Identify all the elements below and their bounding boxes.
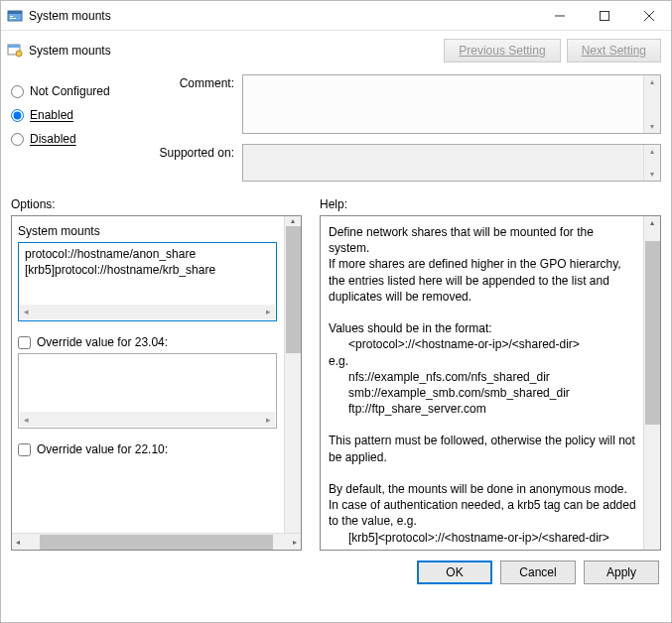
radio-disabled[interactable]	[11, 133, 24, 146]
svg-rect-3	[10, 18, 16, 19]
svg-rect-5	[600, 11, 608, 20]
comment-field[interactable]: ▴▾	[242, 74, 661, 134]
app-icon	[7, 8, 23, 24]
override-2304-checkbox[interactable]	[18, 336, 31, 349]
radio-disabled-label[interactable]: Disabled	[30, 132, 76, 146]
help-text: Define network shares that will be mount…	[321, 216, 660, 551]
list-item[interactable]: [krb5]protocol://hostname/krb_share	[25, 263, 270, 279]
radio-not-configured-label[interactable]: Not Configured	[30, 84, 110, 98]
policy-icon	[7, 43, 23, 59]
cancel-button[interactable]: Cancel	[500, 561, 576, 584]
minimize-button[interactable]	[537, 1, 582, 30]
listbox-h-scrollbar[interactable]: ◂▸	[20, 305, 275, 319]
options-v-scrollbar[interactable]: ▴	[284, 216, 301, 533]
state-radio-group: Not Configured Enabled Disabled	[11, 74, 155, 191]
override-2304-listbox[interactable]: ◂▸	[18, 353, 277, 429]
header-row: System mounts Previous Setting Next Sett…	[1, 31, 671, 70]
svg-rect-9	[8, 45, 20, 48]
options-h-scrollbar[interactable]: ◂▸	[12, 533, 301, 550]
override-2304-label[interactable]: Override value for 23.04:	[37, 335, 168, 349]
supported-scrollbar[interactable]: ▴▾	[643, 145, 660, 181]
next-setting-button[interactable]: Next Setting	[567, 39, 661, 62]
apply-button[interactable]: Apply	[584, 561, 659, 584]
help-v-scrollbar[interactable]: ▴	[643, 216, 660, 550]
dialog-footer: OK Cancel Apply	[1, 551, 671, 594]
maximize-button[interactable]	[582, 1, 626, 30]
radio-enabled-label[interactable]: Enabled	[30, 108, 73, 122]
override-2304-h-scrollbar[interactable]: ◂▸	[20, 412, 275, 427]
help-pane: Define network shares that will be mount…	[320, 215, 661, 551]
options-group-label: System mounts	[18, 224, 277, 238]
window-title: System mounts	[29, 9, 537, 23]
comment-scrollbar[interactable]: ▴▾	[643, 75, 660, 133]
supported-on-field: ▴▾	[242, 144, 661, 182]
override-2210-label[interactable]: Override value for 22.10:	[37, 442, 168, 456]
system-mounts-listbox[interactable]: protocol://hostname/anon_share [krb5]pro…	[18, 242, 277, 321]
options-heading: Options:	[11, 197, 302, 215]
svg-rect-1	[8, 11, 22, 14]
window-titlebar: System mounts	[1, 1, 671, 31]
supported-on-label: Supported on:	[155, 144, 234, 160]
override-2210-checkbox[interactable]	[18, 443, 31, 456]
help-heading: Help:	[320, 197, 661, 215]
ok-button[interactable]: OK	[417, 561, 492, 584]
svg-point-10	[16, 51, 22, 57]
comment-label: Comment:	[155, 74, 234, 90]
previous-setting-button[interactable]: Previous Setting	[444, 39, 560, 62]
list-item[interactable]: protocol://hostname/anon_share	[25, 247, 270, 263]
radio-not-configured[interactable]	[11, 85, 24, 98]
options-pane: System mounts protocol://hostname/anon_s…	[11, 215, 302, 551]
svg-rect-2	[10, 16, 13, 17]
radio-enabled[interactable]	[11, 109, 24, 122]
close-button[interactable]	[626, 1, 671, 30]
header-label: System mounts	[29, 44, 438, 58]
